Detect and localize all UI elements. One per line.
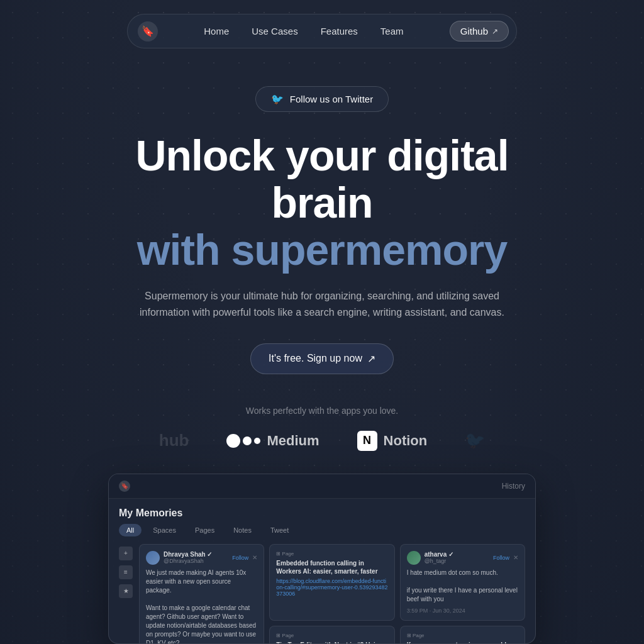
tweet-card-atharva: atharva ✓ @h_tagr Follow ✕ I hate medium… [400, 544, 525, 621]
hero-subtitle: Supermemory is your ultimate hub for org… [133, 288, 511, 320]
nav-link-team[interactable]: Team [372, 22, 413, 40]
screenshot-title: My Memories [109, 499, 535, 524]
notion-label: Notion [384, 433, 428, 449]
tweet-card-dhravya: Dhravya Shah ✓ @DhravyaShah Follow ✕ We … [139, 544, 264, 644]
card-handle-2: @h_tagr [425, 558, 453, 564]
app-logo-twitter: 🐦 [465, 431, 485, 450]
tab-tweet[interactable]: Tweet [263, 524, 296, 536]
twitter-icon: 🐦 [271, 93, 284, 105]
medium-dot-small [254, 438, 260, 444]
sidebar-btn-star[interactable]: ★ [119, 584, 133, 598]
hero-title: Unlock your digital brain with supermemo… [86, 132, 558, 273]
card-close-btn[interactable]: ✕ [252, 554, 257, 561]
medium-dot-medium [243, 436, 252, 445]
card-avatar-2 [407, 551, 421, 565]
navbar: 🔖 Home Use Cases Features Team Github ↗ [127, 14, 517, 48]
card-name-2: atharva ✓ [425, 551, 453, 558]
signup-label: It's free. Sign up now [269, 353, 362, 364]
nav-links: Home Use Cases Features Team [195, 22, 412, 40]
page-card-embedded: ⊞ Page Embedded function calling in Work… [269, 544, 394, 621]
screenshot-content: + ≡ ★ Dhravya Shah ✓ @DhravyaShah Follow… [109, 544, 535, 644]
sidebar-btn-menu[interactable]: ≡ [119, 565, 133, 579]
app-logo-notion: N Notion [357, 431, 428, 451]
github-logo-text: hub [159, 431, 189, 450]
card-handle: @DhravyaShah [164, 558, 212, 564]
notion-icon: N [357, 431, 377, 451]
signup-button[interactable]: It's free. Sign up now ↗ [250, 343, 394, 374]
screenshot-logo: 🔖 [119, 480, 130, 492]
card-tag-2: ⊞ Page [276, 633, 387, 638]
card-header-2: atharva ✓ @h_tagr Follow ✕ [407, 551, 518, 565]
card-header: Dhravya Shah ✓ @DhravyaShah Follow ✕ [146, 551, 257, 565]
card-title-text-3: If money was not an issue, would you mov… [407, 641, 518, 644]
screenshot-logo-icon: 🔖 [119, 480, 130, 492]
app-logo-github: hub [159, 431, 189, 450]
page-wrapper: 🔖 Home Use Cases Features Team Github ↗ … [0, 0, 644, 644]
card-avatar [146, 551, 160, 565]
github-button[interactable]: Github ↗ [450, 21, 509, 42]
card-follow-btn-2[interactable]: Follow [493, 555, 509, 561]
cards-grid: Dhravya Shah ✓ @DhravyaShah Follow ✕ We … [139, 544, 525, 644]
twitter-follow-button[interactable]: 🐦 Follow us on Twitter [255, 86, 389, 112]
external-link-icon: ↗ [492, 27, 498, 36]
page-card-reddit: ⊞ Page If money was not an issue, would … [400, 626, 525, 644]
card-title-text: Embedded function calling in Workers AI:… [276, 559, 387, 575]
sidebar-btn-add[interactable]: + [119, 547, 133, 560]
apps-logos: hub Medium N Notion 🐦 [0, 431, 644, 451]
card-follow-btn[interactable]: Follow [232, 555, 248, 561]
card-tag: ⊞ Page [276, 551, 387, 557]
twitter-bird-icon: 🐦 [465, 431, 485, 450]
card-tweet-text: We just made making AI agents 10x easier… [146, 569, 257, 644]
signup-icon: ↗ [367, 353, 375, 365]
app-logo-medium: Medium [226, 433, 319, 449]
nav-link-use-cases[interactable]: Use Cases [243, 22, 306, 40]
page-card-tiptap: ⊞ Page Tip-Tap Editor with Next.js #2 Us… [269, 626, 394, 644]
nav-link-home[interactable]: Home [195, 22, 238, 40]
card-close-btn-2[interactable]: ✕ [513, 554, 518, 561]
hero-title-line1: Unlock your digital brain [135, 131, 508, 226]
screenshot-sidebar: + ≡ ★ [119, 544, 133, 644]
card-tweet-text-2: I hate medium dot com so much.if you wri… [407, 569, 518, 604]
screenshot-tabs: All Spaces Pages Notes Tweet [109, 524, 535, 544]
apps-section: Works perfectly with the apps you love. … [0, 406, 644, 451]
screenshot-history-label: History [502, 482, 525, 491]
nav-logo: 🔖 [138, 21, 158, 42]
medium-dot-large [226, 434, 240, 448]
tab-pages[interactable]: Pages [187, 524, 222, 536]
card-user-info-2: atharva ✓ @h_tagr [425, 551, 453, 564]
screenshot-section: 🔖 History My Memories All Spaces Pages N… [108, 474, 536, 644]
logo-icon: 🔖 [138, 21, 158, 42]
card-tag-3: ⊞ Page [407, 633, 518, 638]
hero-section: 🐦 Follow us on Twitter Unlock your digit… [86, 86, 558, 374]
medium-dots [226, 434, 260, 448]
nav-link-features[interactable]: Features [312, 22, 367, 40]
card-user-info: Dhravya Shah ✓ @DhravyaShah [164, 551, 212, 564]
tab-all[interactable]: All [119, 524, 142, 536]
card-name: Dhravya Shah ✓ [164, 551, 212, 558]
medium-label: Medium [267, 433, 319, 449]
card-title-text-2: Tip-Tap Editor with Next.js #2 Using the… [276, 641, 387, 644]
tab-notes[interactable]: Notes [226, 524, 259, 536]
screenshot-header: 🔖 History [109, 474, 535, 499]
card-page-link[interactable]: https://blog.cloudflare.com/embedded-fun… [276, 578, 387, 597]
github-label: Github [460, 26, 488, 36]
twitter-follow-label: Follow us on Twitter [290, 94, 373, 104]
tab-spaces[interactable]: Spaces [145, 524, 184, 536]
hero-title-line2: with supermemory [137, 226, 508, 274]
apps-label: Works perfectly with the apps you love. [246, 406, 399, 416]
card-time-2: 3:59 PM · Jun 30, 2024 [407, 608, 518, 614]
